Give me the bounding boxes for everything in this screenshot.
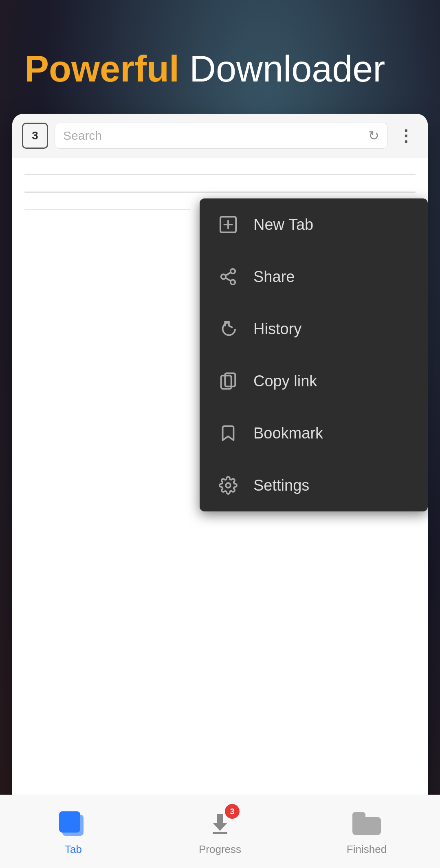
content-line-2 (24, 192, 416, 193)
hero-regular-text: Downloader (179, 48, 385, 89)
menu-label-copy-link: Copy link (253, 372, 317, 390)
progress-icon: 3 (204, 807, 236, 840)
svg-line-6 (225, 278, 231, 281)
folder-body (352, 817, 381, 835)
menu-item-share[interactable]: Share (200, 251, 428, 303)
svg-marker-12 (213, 823, 227, 831)
tab-nav-label: Tab (65, 843, 82, 856)
finished-icon (350, 807, 383, 840)
svg-point-4 (221, 274, 226, 279)
nav-item-tab[interactable]: Tab (0, 807, 147, 856)
tab-count-button[interactable]: 3 (22, 123, 48, 149)
menu-label-settings: Settings (253, 477, 309, 494)
share-icon (218, 266, 239, 287)
menu-item-history[interactable]: History (200, 303, 428, 355)
menu-label-bookmark: Bookmark (253, 425, 323, 442)
tab-icon (57, 807, 90, 840)
hero-title: Powerful Downloader (0, 0, 440, 114)
svg-point-10 (226, 483, 231, 488)
more-options-button[interactable]: ⋮ (394, 126, 418, 145)
tab-page-front (59, 811, 80, 833)
nav-item-progress[interactable]: 3 Progress (147, 807, 293, 856)
refresh-icon[interactable]: ↻ (368, 128, 379, 143)
search-bar[interactable]: Search ↻ (55, 123, 388, 149)
menu-label-history: History (253, 320, 301, 338)
browser-card: 3 Search ↻ ⋮ (12, 114, 428, 868)
content-line-1 (24, 174, 416, 175)
browser-content: New Tab Share (12, 158, 428, 868)
svg-line-7 (225, 272, 231, 275)
hero-bold-text: Powerful (24, 48, 179, 89)
finished-nav-label: Finished (347, 843, 387, 856)
content-wrapper: Powerful Downloader 3 Search ↻ ⋮ (0, 0, 440, 868)
menu-label-new-tab: New Tab (253, 216, 313, 234)
svg-rect-11 (217, 814, 223, 823)
menu-item-copy-link[interactable]: Copy link (200, 355, 428, 407)
copy-link-icon (218, 370, 239, 392)
nav-item-finished[interactable]: Finished (293, 807, 440, 856)
menu-item-new-tab[interactable]: New Tab (200, 198, 428, 251)
bottom-navigation: Tab 3 Progress Finished (0, 795, 440, 868)
svg-point-3 (231, 269, 235, 274)
svg-rect-13 (213, 832, 227, 834)
progress-badge: 3 (225, 804, 240, 819)
bookmark-icon (218, 423, 239, 444)
browser-toolbar: 3 Search ↻ ⋮ (12, 114, 428, 158)
menu-item-bookmark[interactable]: Bookmark (200, 407, 428, 459)
search-placeholder-text: Search (63, 129, 102, 143)
history-icon (218, 318, 239, 339)
svg-point-5 (231, 280, 235, 285)
settings-icon (218, 475, 239, 496)
dropdown-menu: New Tab Share (200, 198, 428, 511)
menu-label-share: Share (253, 268, 295, 286)
tab-count-number: 3 (32, 129, 38, 142)
new-tab-icon (218, 214, 239, 235)
content-line-short (24, 209, 191, 210)
progress-nav-label: Progress (199, 843, 241, 856)
menu-item-settings[interactable]: Settings (200, 459, 428, 511)
